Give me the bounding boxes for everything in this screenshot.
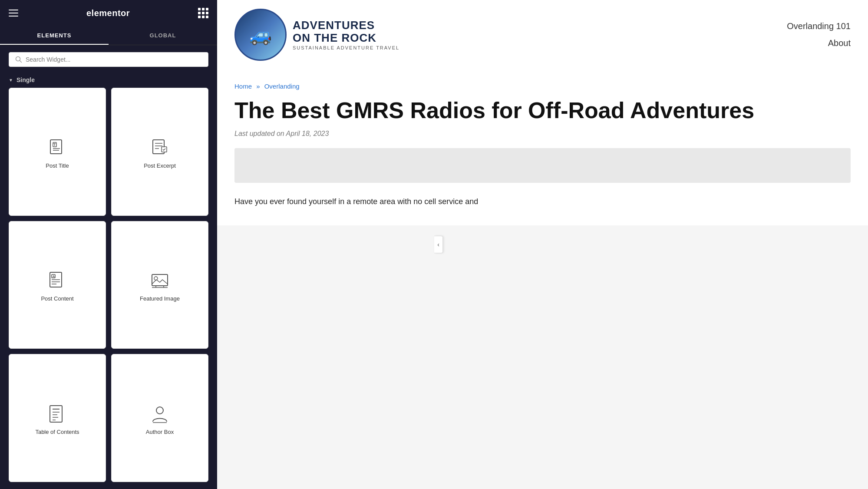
post-excerpt: Have you ever found yourself in a remote… (234, 195, 851, 208)
widget-featured-image[interactable]: Featured Image (111, 221, 208, 349)
svg-line-1 (20, 61, 22, 63)
author-box-icon (149, 403, 170, 424)
svg-point-19 (154, 277, 158, 280)
site-logo: 🚙 ADVENTURESON THE ROCK SUSTAINABLE ADVE… (234, 9, 399, 61)
site-header: 🚙 ADVENTURESON THE ROCK SUSTAINABLE ADVE… (217, 0, 868, 69)
elementor-panel: elementor ELEMENTS GLOBAL ▼ Single (0, 0, 217, 489)
widget-post-title[interactable]: T Post Title (9, 88, 106, 216)
svg-rect-23 (50, 406, 62, 422)
logo-circle: 🚙 (234, 9, 287, 61)
widget-post-content[interactable]: A Post Content (9, 221, 106, 349)
search-bar (0, 45, 217, 74)
post-title: The Best GMRS Radios for Off-Road Advent… (234, 98, 851, 124)
search-icon (15, 56, 22, 63)
logo-text: ADVENTURESON THE ROCK SUSTAINABLE ADVENT… (293, 19, 399, 50)
panel-tabs: ELEMENTS GLOBAL (0, 26, 217, 45)
logo-sub: SUSTAINABLE ADVENTURE TRAVEL (293, 45, 399, 50)
svg-point-29 (156, 407, 163, 414)
content-area: Home » Overlanding The Best GMRS Radios … (217, 69, 868, 225)
post-excerpt-icon (149, 137, 170, 158)
tab-global[interactable]: GLOBAL (109, 26, 217, 45)
post-content-icon: A (47, 270, 68, 291)
widget-featured-image-label: Featured Image (140, 295, 180, 302)
widgets-grid: T Post Title Post Excerpt (0, 88, 217, 489)
svg-text:T: T (53, 142, 56, 147)
preview-area: 🚙 ADVENTURESON THE ROCK SUSTAINABLE ADVE… (217, 0, 868, 489)
tab-elements[interactable]: ELEMENTS (0, 26, 109, 45)
panel-collapse-button[interactable]: ‹ (434, 236, 443, 253)
widget-author-box-label: Author Box (146, 429, 174, 435)
hamburger-menu-icon[interactable] (9, 10, 18, 17)
breadcrumb: Home » Overlanding (234, 83, 851, 90)
nav-overlanding-101[interactable]: Overlanding 101 (787, 21, 851, 31)
svg-text:A: A (53, 275, 55, 278)
grid-apps-icon[interactable] (198, 8, 208, 18)
chevron-down-icon: ▼ (9, 78, 13, 83)
post-title-icon: T (47, 137, 68, 158)
site-nav: Overlanding 101 About (787, 21, 851, 48)
widget-post-content-label: Post Content (41, 295, 73, 302)
svg-rect-18 (152, 274, 168, 286)
widget-post-excerpt[interactable]: Post Excerpt (111, 88, 208, 216)
widget-post-excerpt-label: Post Excerpt (144, 162, 176, 169)
post-banner-placeholder (234, 148, 851, 183)
widget-table-of-contents[interactable]: Table of Contents (9, 354, 106, 482)
table-of-contents-icon (47, 403, 68, 424)
widget-table-of-contents-label: Table of Contents (35, 429, 79, 435)
post-date: Last updated on April 18, 2023 (234, 130, 851, 138)
featured-image-icon (149, 270, 170, 291)
logo-main: ADVENTURESON THE ROCK (293, 19, 399, 44)
breadcrumb-home[interactable]: Home (234, 83, 252, 90)
widget-post-title-label: Post Title (46, 162, 69, 169)
search-input-wrap (9, 52, 208, 67)
nav-about[interactable]: About (828, 38, 851, 48)
breadcrumb-category[interactable]: Overlanding (264, 83, 300, 90)
section-single-header: ▼ Single (0, 74, 217, 88)
logo-emoji: 🚙 (249, 24, 272, 46)
breadcrumb-separator: » (256, 83, 260, 90)
widget-author-box[interactable]: Author Box (111, 354, 208, 482)
panel-title: elementor (86, 8, 130, 18)
search-input[interactable] (26, 56, 202, 63)
panel-header: elementor (0, 0, 217, 26)
